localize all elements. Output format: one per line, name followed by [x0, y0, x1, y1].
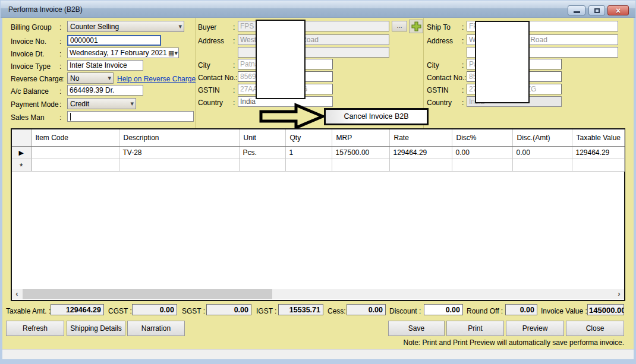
chevron-down-icon: ▾ [174, 49, 178, 56]
ship-to-contact-label: Contact No. [427, 74, 464, 82]
sgst-label: SGST : [182, 307, 205, 315]
narration-button[interactable]: Narration [127, 321, 185, 336]
col-header-mrp[interactable]: MRP [332, 129, 389, 146]
cell-item-code[interactable]: ECE10 [31, 146, 119, 159]
col-header-taxable-value[interactable]: Taxable Value [572, 129, 624, 146]
taxable-amt-box[interactable]: 129464.29 [51, 304, 104, 315]
colon: : [464, 74, 466, 82]
invoice-type-input[interactable]: Inter State Invoice [67, 60, 143, 71]
buyer-add-button[interactable] [409, 20, 423, 33]
invoice-value-box[interactable]: 145000.00 [587, 304, 624, 315]
new-row-indicator[interactable]: * [12, 159, 31, 171]
cancel-invoice-b2b-button[interactable]: Cancel Invoice B2B [324, 108, 429, 125]
colon: : [233, 23, 235, 31]
reverse-charge-value: No [70, 74, 79, 83]
close-button[interactable]: × [607, 5, 629, 15]
col-header-disc-amt[interactable]: Disc.(Amt) [512, 129, 572, 146]
round-off-box[interactable]: 0.00 [505, 304, 537, 315]
scroll-left-arrow-icon[interactable]: ‹ [12, 289, 22, 299]
cell-taxable-value[interactable]: 129464.29 [572, 146, 624, 159]
grid-header-row: Item Code Description Unit Qty MRP Rate … [12, 129, 624, 146]
col-header-unit[interactable]: Unit [239, 129, 285, 146]
chevron-down-icon: ▾ [108, 74, 111, 82]
colon: : [59, 50, 61, 58]
col-header-item-code[interactable]: Item Code [31, 129, 119, 146]
invoice-no-label: Invoice No. [11, 37, 46, 46]
plus-icon [411, 21, 421, 31]
colon: : [59, 100, 61, 109]
colon: : [59, 37, 61, 46]
cell-empty[interactable] [512, 159, 572, 171]
maximize-icon [594, 8, 600, 13]
cell-rate[interactable]: 129464.29 [389, 146, 452, 159]
payment-mode-value: Credit [70, 100, 89, 108]
sales-man-label: Sales Man [11, 113, 45, 122]
cess-box[interactable]: 0.00 [347, 304, 386, 315]
colon: : [462, 37, 464, 45]
redaction-overlay [256, 20, 306, 99]
cell-empty[interactable] [332, 159, 389, 171]
refresh-button[interactable]: Refresh [6, 321, 64, 336]
colon: : [59, 113, 61, 122]
cell-disc-amt[interactable]: 0.00 [512, 146, 572, 159]
preview-button[interactable]: Preview [506, 321, 564, 336]
cell-unit[interactable]: Pcs. [239, 146, 285, 159]
scrollbar-thumb[interactable] [23, 289, 272, 299]
ship-to-label: Ship To [427, 23, 451, 31]
cgst-label: CGST : [108, 307, 132, 315]
maximize-button[interactable] [588, 5, 605, 15]
cgst-box[interactable]: 0.00 [132, 304, 177, 315]
minimize-button[interactable] [568, 5, 585, 15]
cell-empty[interactable] [239, 159, 285, 171]
taxable-amt-label: Taxable Amt. : [6, 307, 51, 315]
current-row-indicator[interactable]: ▶ [12, 146, 31, 159]
cell-empty[interactable] [31, 159, 119, 171]
scroll-right-arrow-icon[interactable]: › [614, 289, 624, 299]
reverse-charge-select[interactable]: No ▾ [67, 72, 114, 84]
col-header-disc-pct[interactable]: Disc% [452, 129, 512, 146]
cell-empty[interactable] [285, 159, 332, 171]
annotation-arrow-icon [258, 103, 326, 132]
col-header-description[interactable]: Description [119, 129, 239, 146]
buyer-browse-button[interactable]: ... [392, 21, 407, 31]
print-button[interactable]: Print [446, 321, 504, 336]
row-selector-header[interactable] [12, 129, 31, 146]
horizontal-scrollbar[interactable]: ‹ › [12, 289, 624, 299]
help-reverse-charge-link[interactable]: Help on Reverse Charge [117, 75, 196, 83]
close-form-button[interactable]: Close [566, 321, 624, 336]
cell-disc-pct[interactable]: 0.00 [452, 146, 512, 159]
colon: : [462, 99, 464, 107]
colon: : [233, 61, 235, 69]
cell-empty[interactable] [119, 159, 239, 171]
calendar-icon: ▦ [168, 49, 174, 56]
igst-box[interactable]: 15535.71 [278, 304, 323, 315]
payment-mode-select[interactable]: Credit ▾ [67, 98, 136, 109]
cell-empty[interactable] [572, 159, 624, 171]
invoice-dt-label: Invoice Dt. [11, 50, 45, 58]
buyer-address-label: Address [198, 37, 224, 45]
cell-description[interactable]: TV-28 [119, 146, 239, 159]
table-row-new: * [12, 159, 624, 171]
billing-group-select[interactable]: Counter Selling ▾ [67, 21, 184, 32]
window-title: Performa Invoice (B2B) [8, 5, 83, 14]
title-bar: Performa Invoice (B2B) × [1, 1, 635, 18]
buyer-contact-label: Contact No. [198, 74, 235, 82]
sgst-box[interactable]: 0.00 [206, 304, 251, 315]
invoice-no-input[interactable]: 0000001 [67, 35, 161, 46]
discount-input[interactable]: 0.00 [424, 304, 463, 315]
col-header-qty[interactable]: Qty [285, 129, 332, 146]
ship-to-gstin-label: GSTIN [427, 86, 449, 94]
colon: : [233, 86, 235, 94]
invoice-date-picker[interactable]: Wednesday, 17 February 2021 ▦▾ [67, 48, 179, 58]
cell-qty[interactable]: 1 [285, 146, 332, 159]
cell-empty[interactable] [389, 159, 452, 171]
col-header-rate[interactable]: Rate [389, 129, 452, 146]
save-button[interactable]: Save [388, 321, 445, 336]
shipping-details-button[interactable]: Shipping Details [67, 321, 125, 336]
cell-mrp[interactable]: 157500.00 [332, 146, 389, 159]
ac-balance-input[interactable]: 664499.39 Dr. [67, 85, 143, 96]
sales-man-input[interactable] [67, 111, 194, 122]
round-off-label: Round Off : [467, 307, 503, 315]
invoice-type-label: Invoice Type [11, 62, 51, 71]
cell-empty[interactable] [452, 159, 512, 171]
